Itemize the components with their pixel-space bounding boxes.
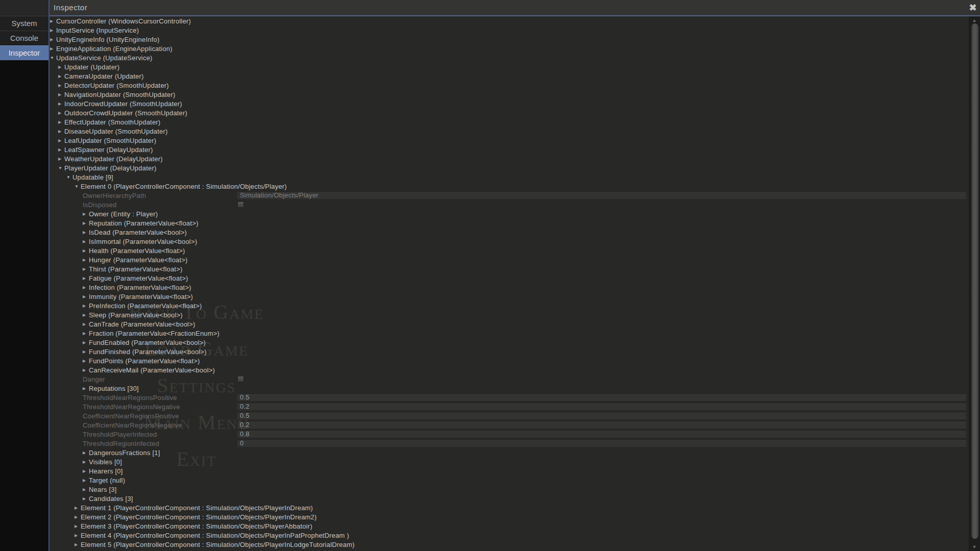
tree-row[interactable]: ▶ Element 1 (PlayerControllerComponent :… [50,503,980,512]
collapse-arrow-icon[interactable]: ▶ [83,349,89,354]
collapse-arrow-icon[interactable]: ▶ [83,276,89,281]
value-field[interactable]: 0.2 [237,403,966,410]
collapse-arrow-icon[interactable]: ▶ [58,74,64,79]
tree-row[interactable]: ▶ Hearers [0] [50,466,980,475]
tree-row[interactable]: CoefficientNearRegionsPositive 0.5 [50,411,980,420]
tree-row[interactable]: ▶ Fraction (ParameterValue<FractionEnum>… [50,329,980,338]
tree-row[interactable]: CoefficientNearRegionsNegative 0.2 [50,420,980,430]
collapse-arrow-icon[interactable]: ▶ [83,294,89,299]
tree-row[interactable]: ▶ Element 3 (PlayerControllerComponent :… [50,521,980,531]
tree-row[interactable]: ▶ WeatherUpdater (DelayUpdater) [50,154,980,163]
scrollbar[interactable]: ▲ ▼ [969,16,980,551]
expand-arrow-icon[interactable]: ▼ [50,56,56,60]
collapse-arrow-icon[interactable]: ▶ [83,304,89,308]
tree-row[interactable]: ▶ Candidates [3] [50,494,980,503]
tree-row[interactable]: ThresholdNearRegionsPositive 0.5 [50,393,980,402]
tree-row[interactable]: ▶ EffectUpdater (SmoothUpdater) [50,117,980,127]
tree-row[interactable]: ▶ CanTrade (ParameterValue<bool>) [50,319,980,329]
tree-row[interactable]: ▶ Owner (Entity : Player) [50,209,980,218]
tree-row[interactable]: ▶ Immunity (ParameterValue<float>) [50,292,980,301]
collapse-arrow-icon[interactable]: ▶ [83,496,89,501]
checkbox[interactable] [237,202,244,208]
scrollbar-thumb[interactable] [971,23,978,539]
collapse-arrow-icon[interactable]: ▶ [58,92,64,97]
collapse-arrow-icon[interactable]: ▶ [83,460,89,464]
collapse-arrow-icon[interactable]: ▶ [83,331,89,336]
tree-row[interactable]: ▶ LeafSpawner (DelayUpdater) [50,145,980,154]
collapse-arrow-icon[interactable]: ▶ [58,83,64,88]
collapse-arrow-icon[interactable]: ▶ [83,267,89,271]
value-field[interactable]: 0.8 [237,430,966,438]
collapse-arrow-icon[interactable]: ▶ [58,157,64,161]
tree-row[interactable]: Danger [50,374,980,384]
collapse-arrow-icon[interactable]: ▶ [83,322,89,327]
tree-row[interactable]: ▶ IsImmortal (ParameterValue<bool>) [50,237,980,246]
tree-row[interactable]: ▶ CursorController (WindowsCursorControl… [50,16,980,26]
expand-arrow-icon[interactable]: ▼ [66,175,72,180]
tree-row[interactable]: ▶ Health (ParameterValue<float>) [50,246,980,255]
tree-row[interactable]: ▶ DiseaseUpdater (SmoothUpdater) [50,127,980,136]
collapse-arrow-icon[interactable]: ▶ [83,313,89,317]
tab-console[interactable]: Console [0,31,48,45]
scroll-down-icon[interactable]: ▼ [969,543,980,550]
collapse-arrow-icon[interactable]: ▶ [83,248,89,253]
tree-row[interactable]: ▶ Hunger (ParameterValue<float>) [50,255,980,264]
tree-row[interactable]: ▶ UnityEngineInfo (UnityEngineInfo) [50,35,980,44]
tree-row[interactable]: ▶ Sleep (ParameterValue<bool>) [50,310,980,319]
tree-row[interactable]: ▶ CameraUpdater (Updater) [50,71,980,81]
tree-row[interactable]: ▶ Reputation (ParameterValue<float>) [50,218,980,228]
collapse-arrow-icon[interactable]: ▶ [50,19,56,23]
tree-row[interactable]: ▼ Element 0 (PlayerControllerComponent :… [50,182,980,191]
collapse-arrow-icon[interactable]: ▶ [83,469,89,473]
collapse-arrow-icon[interactable]: ▶ [75,515,81,519]
value-field[interactable]: 0.5 [237,393,966,401]
collapse-arrow-icon[interactable]: ▶ [50,28,56,33]
tree-row[interactable]: ▶ Fatigue (ParameterValue<float>) [50,273,980,283]
tree-row[interactable]: ▶ Element 2 (PlayerControllerComponent :… [50,512,980,521]
collapse-arrow-icon[interactable]: ▶ [83,285,89,290]
collapse-arrow-icon[interactable]: ▶ [83,386,89,391]
tree-row[interactable]: ▶ IndoorCrowdUpdater (SmoothUpdater) [50,99,980,108]
collapse-arrow-icon[interactable]: ▶ [83,221,89,226]
collapse-arrow-icon[interactable]: ▶ [75,542,81,547]
tree-row[interactable]: ▶ FundPoints (ParameterValue<float>) [50,356,980,365]
collapse-arrow-icon[interactable]: ▶ [50,46,56,51]
tree-row[interactable]: ▶ EngineApplication (EngineApplication) [50,44,980,53]
collapse-arrow-icon[interactable]: ▶ [83,212,89,216]
collapse-arrow-icon[interactable]: ▶ [58,129,64,134]
collapse-arrow-icon[interactable]: ▶ [75,533,81,538]
tree-row[interactable]: ▶ Reputations [30] [50,384,980,393]
collapse-arrow-icon[interactable]: ▶ [58,102,64,106]
tree-row[interactable]: ▶ Updater (Updater) [50,62,980,71]
expand-arrow-icon[interactable]: ▼ [75,184,81,189]
collapse-arrow-icon[interactable]: ▶ [83,368,89,372]
tree-row[interactable]: ▶ Element 4 (PlayerControllerComponent :… [50,531,980,540]
collapse-arrow-icon[interactable]: ▶ [83,359,89,363]
collapse-arrow-icon[interactable]: ▶ [83,478,89,483]
tree-row[interactable]: IsDisposed [50,200,980,209]
tree-row[interactable]: ▶ LeafUpdater (SmoothUpdater) [50,136,980,145]
collapse-arrow-icon[interactable]: ▶ [58,65,64,69]
close-button[interactable]: ✖ [967,2,979,14]
value-field[interactable]: Simulation/Objects/Player [237,191,966,199]
collapse-arrow-icon[interactable]: ▶ [83,487,89,492]
tree-row[interactable]: ▶ FundEnabled (ParameterValue<bool>) [50,338,980,347]
tree-row[interactable]: ▶ Target (null) [50,475,980,485]
tree-row[interactable]: ▶ CanReceiveMail (ParameterValue<bool>) [50,365,980,374]
tree-row[interactable]: ▶ Thirst (ParameterValue<float>) [50,264,980,273]
tree-row[interactable]: ThresholdNearRegionsNegative 0.2 [50,402,980,411]
expand-arrow-icon[interactable]: ▼ [58,166,64,170]
collapse-arrow-icon[interactable]: ▶ [75,524,81,529]
tree-row[interactable]: ▶ Infection (ParameterValue<float>) [50,283,980,292]
tree-row[interactable]: ▶ FundFinished (ParameterValue<bool>) [50,347,980,356]
tree-row[interactable]: ▼ UpdateService (UpdateService) [50,53,980,62]
tree-row[interactable]: ▶ NavigationUpdater (SmoothUpdater) [50,90,980,99]
scroll-up-icon[interactable]: ▲ [969,17,980,24]
tree-row[interactable]: ▶ Nears [3] [50,485,980,494]
collapse-arrow-icon[interactable]: ▶ [83,230,89,235]
tree-row[interactable]: ▶ Element 5 (PlayerControllerComponent :… [50,540,980,549]
tree-row[interactable]: ▶ DetectorUpdater (SmoothUpdater) [50,81,980,90]
tree-row[interactable]: ThresholdPlayerInfected 0.8 [50,430,980,439]
value-field[interactable]: 0.2 [237,421,966,429]
collapse-arrow-icon[interactable]: ▶ [50,37,56,42]
